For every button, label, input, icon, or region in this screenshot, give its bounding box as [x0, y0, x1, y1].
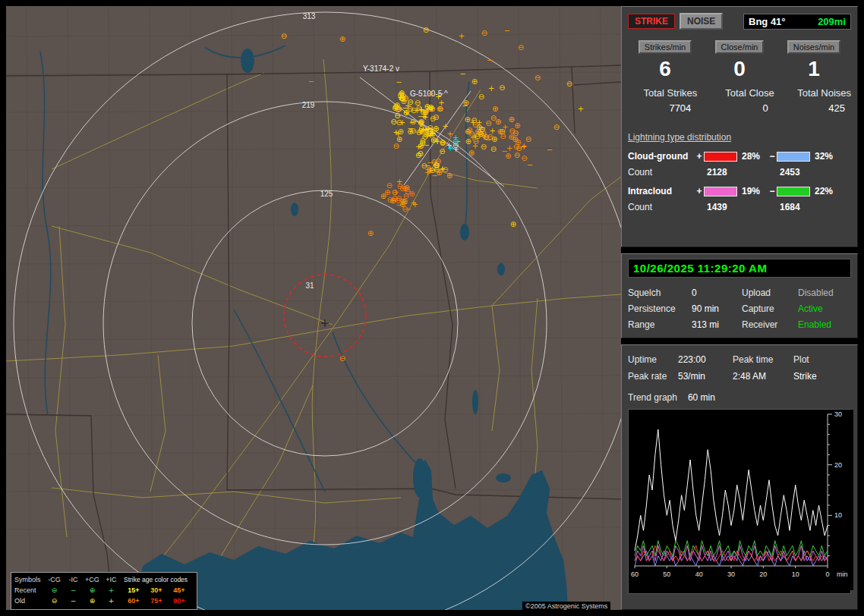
ic-plus-icon: +: [102, 586, 121, 594]
svg-text:0: 0: [825, 570, 829, 578]
trend-chart-container: 1020306050403020100min: [628, 409, 851, 594]
squelch-value: 0: [692, 288, 742, 298]
peak-time-value: 2:48 AM: [733, 371, 793, 382]
svg-text:50: 50: [663, 570, 670, 578]
upload-label: Upload: [742, 288, 798, 298]
svg-text:20: 20: [834, 461, 842, 469]
legend-old-ages: 60+75+90+: [121, 597, 194, 605]
total-strikes-label: Total Strikes: [628, 87, 697, 99]
strikes-per-min-header[interactable]: Strikes/min: [639, 40, 692, 54]
svg-text:30: 30: [727, 570, 735, 578]
cg-minus-icon: ⊖: [45, 597, 64, 605]
age-30: 30+: [145, 586, 168, 594]
cg-minus-count: 2453: [777, 167, 840, 178]
copyright-text: ©2005 Astrogenic Systems: [522, 602, 610, 611]
legend-recent-label: Recent: [14, 586, 45, 594]
legend-age-title: Strike age color codes: [121, 576, 194, 583]
plus-sign: +: [695, 186, 704, 196]
cloud-ground-count-row: Count 2128 2453: [628, 167, 851, 178]
legend-col-cg-plus: +CG: [83, 576, 102, 583]
storm-cell-label: Y-3174-2 v: [363, 64, 399, 73]
trend-header: Trend graph 60 min: [628, 392, 851, 403]
ic-plus-count: 1439: [704, 202, 768, 212]
legend-col-ic-plus: +IC: [102, 576, 121, 583]
total-noises-value: 425: [782, 102, 851, 114]
age-15: 15+: [122, 586, 145, 594]
total-close: Total Close 0: [705, 87, 774, 114]
total-strikes-value: 7704: [628, 102, 697, 114]
plot-label: Plot: [793, 354, 839, 365]
intracloud-row: Intracloud + 19% − 22%: [628, 186, 851, 196]
trend-graph: 1020306050403020100min: [629, 410, 853, 590]
trend-panel: Uptime 223:00 Peak time Plot Peak rate 5…: [621, 344, 858, 610]
rate-values: 6 0 1: [628, 58, 851, 80]
plus-sign: +: [695, 151, 704, 162]
legend-old-row: Old ⊖−⊕+ 60+75+90+: [14, 596, 194, 606]
bearing-value: Bng 41°: [749, 16, 786, 27]
intracloud-count-row: Count 1439 1684: [628, 202, 851, 212]
cg-plus-bar: [704, 152, 737, 162]
age-75: 75+: [145, 597, 168, 605]
plot-value: Strike: [793, 371, 839, 382]
svg-text:30: 30: [834, 410, 842, 418]
age-90: 90+: [168, 597, 191, 605]
svg-text:min: min: [837, 570, 848, 578]
distribution-title: Lightning type distribution: [628, 132, 851, 143]
map-graphics: Y-3174-2 vG-5100-5 ^: [6, 6, 621, 610]
strike-stats-panel: STRIKE NOISE Bng 41° 209mi Strikes/min C…: [621, 6, 858, 247]
cg-plus-count: 2128: [704, 167, 768, 178]
ic-plus-pct: 19%: [737, 186, 768, 196]
capture-label: Capture: [742, 303, 798, 314]
cg-minus-pct: 32%: [810, 151, 840, 162]
total-noises: Total Noises 425: [782, 87, 851, 114]
capture-value: Active: [798, 303, 848, 314]
persistence-value: 90 min: [692, 303, 742, 314]
age-45: 45+: [168, 586, 191, 594]
strike-mode-button[interactable]: STRIKE: [628, 14, 675, 29]
noise-mode-button[interactable]: NOISE: [680, 13, 723, 30]
ic-minus-count: 1684: [777, 202, 840, 212]
ic-minus-pct: 22%: [810, 186, 840, 196]
ic-minus-icon: −: [64, 586, 83, 594]
legend-symbols-header: Symbols: [14, 576, 45, 583]
minus-sign: −: [768, 151, 777, 162]
legend-recent-ages: 15+30+45+: [121, 586, 194, 594]
age-60: 60+: [122, 597, 145, 605]
uptime-value: 223:00: [678, 354, 733, 365]
trend-window-value: 60 min: [688, 392, 715, 403]
legend-col-ic-minus: -IC: [64, 576, 83, 583]
lightning-map[interactable]: Y-3174-2 vG-5100-5 ^ ⊖⊖⊖⊖−−−⊖⊖⊖+⊕+⊖−⊕⊕⊖⊕…: [6, 6, 621, 610]
legend-header-row: Symbols -CG -IC +CG +IC Strike age color…: [14, 574, 194, 585]
cg-plus-icon: ⊕: [83, 597, 102, 605]
peak-time-label: Peak time: [733, 354, 793, 365]
legend-old-label: Old: [14, 597, 45, 605]
datetime-display: 10/26/2025 11:29:20 AM: [628, 259, 851, 278]
ic-minus-icon: −: [64, 597, 83, 605]
cg-minus-icon: ⊖: [45, 586, 64, 594]
persistence-label: Persistence: [628, 303, 692, 314]
uptime-label: Uptime: [628, 354, 678, 365]
bearing-range: 209mi: [818, 16, 846, 27]
total-strikes: Total Strikes 7704: [628, 87, 697, 114]
cg-plus-pct: 28%: [737, 151, 768, 162]
close-per-min-header[interactable]: Close/min: [715, 40, 765, 54]
status-panel: 10/26/2025 11:29:20 AM Squelch 0 Upload …: [621, 253, 858, 338]
noises-per-min-header[interactable]: Noises/min: [787, 40, 840, 54]
count-label: Count: [628, 167, 695, 178]
ic-minus-bar: [777, 187, 810, 196]
total-close-value: 0: [705, 102, 774, 114]
intracloud-label: Intracloud: [628, 186, 695, 196]
total-close-label: Total Close: [705, 87, 774, 99]
cg-minus-bar: [777, 152, 810, 162]
squelch-label: Squelch: [628, 288, 692, 298]
legend-old-symbols: ⊖−⊕+: [45, 597, 121, 605]
trend-graph-label: Trend graph: [628, 392, 677, 403]
ic-plus-icon: +: [102, 597, 121, 605]
strikes-per-min-value: 6: [659, 58, 671, 80]
legend-recent-row: Recent ⊖−⊕+ 15+30+45+: [14, 585, 194, 596]
range-label: Range: [628, 319, 692, 330]
map-legend: Symbols -CG -IC +CG +IC Strike age color…: [11, 572, 197, 610]
minus-sign: −: [768, 186, 777, 196]
peak-rate-value: 53/min: [678, 371, 733, 382]
ic-plus-bar: [704, 187, 737, 196]
